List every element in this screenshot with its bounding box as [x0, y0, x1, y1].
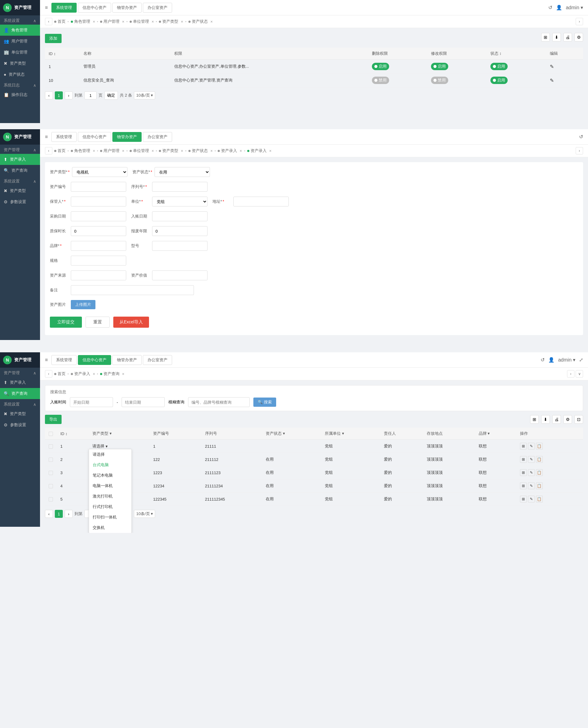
row4-checkbox[interactable] [49, 484, 53, 488]
spec-input[interactable] [71, 256, 126, 266]
sidebar-item-asset-type-3[interactable]: ✖ 资产类型 [0, 408, 40, 419]
breadcrumb-asset-status[interactable]: 资产状态 ✕ [188, 19, 213, 24]
tb3-download[interactable]: ⬇ [541, 415, 550, 424]
sidebar-item-role-management[interactable]: 👤 角色管理 [0, 25, 40, 36]
breadcrumb-unit[interactable]: 单位管理 ✕ [130, 19, 154, 24]
action-view-r4[interactable]: ⊞ [520, 483, 527, 489]
breadcrumb-close-asset-type[interactable]: ✕ [181, 20, 183, 23]
bc2-role-close[interactable]: ✕ [93, 149, 95, 153]
page-input[interactable] [84, 91, 97, 100]
tab-system-management[interactable]: 系统管理 [51, 3, 77, 13]
breadcrumb-next[interactable]: › [576, 18, 583, 25]
tab3-system[interactable]: 系统管理 [51, 355, 77, 365]
source-input[interactable]: 自购 [71, 270, 126, 280]
custodian-input[interactable] [71, 197, 126, 206]
bc2-asset-status-close[interactable]: ✕ [210, 149, 213, 153]
tab-office-assets[interactable]: 办公室资产 [143, 3, 172, 13]
value-input[interactable]: 0.00 [152, 270, 208, 280]
bc2-asset-entry-2[interactable]: 资产录入 ✕ [247, 148, 272, 154]
tb3-grid[interactable]: ⊞ [530, 415, 539, 424]
bc2-asset-status[interactable]: 资产状态 ✕ [188, 148, 213, 154]
status-toggle-2[interactable]: 启用 [490, 76, 508, 84]
delete-perm-toggle-2[interactable]: 禁用 [372, 76, 389, 84]
dropdown-option-8[interactable]: 交换机 [89, 523, 131, 533]
bc2-asset-entry-1[interactable]: 资产录入 ✕ [218, 148, 242, 154]
breadcrumb-user[interactable]: 用户管理 ✕ [100, 19, 124, 24]
dropdown-option-3[interactable]: 笔记本电脑 [89, 470, 131, 481]
action-edit-r3[interactable]: ✎ [528, 469, 535, 476]
tab2-system[interactable]: 系统管理 [51, 132, 77, 142]
warranty-input[interactable] [71, 226, 126, 236]
action-edit-r5[interactable]: ✎ [528, 496, 535, 503]
action-edit-r4[interactable]: ✎ [528, 483, 535, 489]
tab2-property[interactable]: 物管办资产 [112, 132, 142, 142]
bc3-entry[interactable]: 资产录入 ✕ [71, 371, 95, 377]
tab-info-center-assets[interactable]: 信息中心资产 [78, 3, 111, 13]
breadcrumb3-prev[interactable]: ‹ [45, 370, 52, 378]
current-page-btn-3[interactable]: 1 [55, 510, 63, 518]
refresh-icon-3[interactable]: ↺ [541, 357, 545, 363]
bc3-expand[interactable]: ∨ [576, 370, 583, 378]
bc2-asset-type[interactable]: 资产类型 ✕ [159, 148, 183, 154]
action-log-r3[interactable]: 📋 [536, 469, 543, 476]
sidebar-item-asset-type[interactable]: ✖ 资产类型 [0, 58, 40, 69]
dropdown-option-4[interactable]: 电脑一体机 [89, 481, 131, 491]
unit-select[interactable]: 党组 [152, 197, 208, 206]
import-excel-button[interactable]: 从Excel导入 [113, 316, 149, 328]
row2-checkbox[interactable] [49, 458, 53, 462]
tab3-info[interactable]: 信息中心资产 [78, 355, 111, 365]
add-button[interactable]: 添加 [45, 34, 62, 43]
search-button[interactable]: 🔍 搜索 [253, 398, 276, 407]
sidebar-item-operation-log[interactable]: 📋 操作日志 [0, 89, 40, 100]
sidebar-item-param-settings-2[interactable]: ⚙ 参数设置 [0, 196, 40, 207]
tb3-print[interactable]: 🖨 [552, 415, 561, 424]
breadcrumb-prev[interactable]: ‹ [45, 18, 52, 25]
modify-perm-toggle-1[interactable]: 启用 [431, 63, 448, 70]
purchase-date-input[interactable]: 2020-05-20 [71, 212, 126, 221]
date-end-input[interactable] [122, 397, 165, 407]
asset-status-select[interactable]: 在用 [154, 167, 210, 177]
dropdown-option-1[interactable]: 请选择 [89, 449, 131, 460]
action-view-r3[interactable]: ⊞ [520, 469, 527, 476]
prev-page-btn[interactable]: ‹ [45, 91, 53, 100]
brand-input[interactable] [71, 241, 126, 251]
asset-type-dropdown-r1[interactable]: 请选择 ▾ [92, 443, 146, 449]
refresh-icon-1[interactable]: ↺ [548, 5, 552, 10]
bc3-query-close[interactable]: ✕ [122, 372, 124, 376]
entry-date-input[interactable]: 2020-05-20 [152, 212, 208, 221]
tab2-info[interactable]: 信息中心资产 [78, 132, 111, 142]
confirm-page-btn[interactable]: 确定 [104, 91, 118, 100]
action-view-r1[interactable]: ⊞ [520, 443, 527, 449]
bc2-asset-entry-2-close[interactable]: ✕ [269, 149, 272, 153]
user-avatar-3[interactable]: 👤 [548, 357, 554, 363]
date-start-input[interactable] [70, 397, 113, 407]
bc3-home[interactable]: 首页 [54, 371, 66, 377]
breadcrumb-close-user[interactable]: ✕ [122, 20, 124, 23]
toolbar-settings-icon[interactable]: ⚙ [574, 33, 583, 42]
asset-type-select[interactable]: 电视机 [72, 167, 127, 177]
tab3-office[interactable]: 办公室资产 [143, 355, 172, 365]
bc2-unit-close[interactable]: ✕ [151, 149, 154, 153]
per-page-select-3[interactable]: 10条/页 ▾ [134, 510, 155, 518]
next-page-btn-3[interactable]: › [65, 510, 73, 518]
serial-input[interactable] [152, 182, 208, 192]
sidebar-item-unit-management[interactable]: 🏢 单位管理 [0, 47, 40, 58]
breadcrumb2-next[interactable]: › [576, 147, 583, 154]
toolbar-print-icon[interactable]: 🖨 [563, 33, 572, 42]
bc2-user[interactable]: 用户管理 ✕ [100, 148, 124, 154]
row5-checkbox[interactable] [49, 497, 53, 502]
remark-input[interactable] [71, 285, 194, 295]
status-toggle-1[interactable]: 启用 [490, 63, 508, 70]
bc3-query[interactable]: 资产查询 ✕ [100, 371, 124, 377]
row1-checkbox[interactable] [49, 444, 53, 449]
sidebar-item-asset-query-2[interactable]: 🔍 资产查询 [0, 165, 40, 176]
sidebar-item-asset-query-3[interactable]: 🔍 资产查询 [0, 388, 40, 399]
model-input[interactable] [152, 241, 208, 251]
bc2-home[interactable]: 首页 [54, 148, 66, 154]
user-avatar-1[interactable]: 👤 [556, 5, 562, 10]
action-log-r2[interactable]: 📋 [536, 456, 543, 463]
bc2-unit[interactable]: 单位管理 ✕ [130, 148, 154, 154]
action-log-r1[interactable]: 📋 [536, 443, 543, 449]
breadcrumb-close-unit[interactable]: ✕ [151, 20, 154, 23]
hamburger-2[interactable]: ≡ [45, 134, 48, 140]
